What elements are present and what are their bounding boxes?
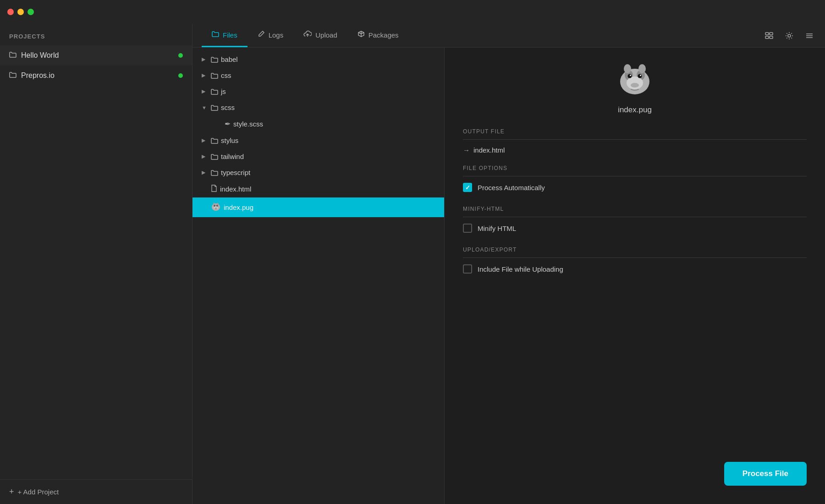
file-options-section: FILE OPTIONS Process Automatically: [463, 165, 807, 195]
svg-point-23: [638, 74, 642, 78]
svg-point-14: [216, 205, 217, 206]
tree-item-js[interactable]: ▶ js: [192, 83, 444, 99]
svg-point-21: [631, 83, 639, 88]
tab-logs-label: Logs: [269, 31, 284, 39]
process-auto-checkbox[interactable]: [463, 183, 472, 192]
tab-upload[interactable]: Upload: [293, 24, 347, 47]
upload-export-label: UPLOAD/EXPORT: [463, 247, 807, 253]
cloud-tab-icon: [303, 30, 312, 39]
right-panel: Files Logs: [192, 24, 825, 504]
add-project-label: + Add Project: [18, 488, 59, 496]
svg-rect-2: [765, 36, 769, 38]
process-auto-label: Process Automatically: [478, 184, 545, 192]
chevron-right-icon-css: ▶: [202, 72, 208, 78]
close-button[interactable]: [7, 9, 14, 15]
traffic-lights: [7, 9, 34, 15]
layout-action-button[interactable]: [763, 29, 776, 42]
folder-icon-babel: [211, 56, 218, 63]
file-options-divider: [463, 176, 807, 176]
minify-html-section: MINIFY-HTML Minify HTML: [463, 206, 807, 236]
svg-point-24: [630, 75, 631, 76]
include-upload-checkbox[interactable]: [463, 264, 472, 274]
menu-action-button[interactable]: [803, 29, 816, 42]
project-item-prepros[interactable]: Prepros.io: [0, 66, 192, 86]
upload-export-section: UPLOAD/EXPORT Include File while Uploadi…: [463, 247, 807, 276]
chevron-right-icon-js: ▶: [202, 88, 208, 94]
output-file-divider: [463, 139, 807, 140]
folder-icon: [9, 51, 16, 60]
box-tab-icon: [358, 30, 365, 39]
tree-item-tailwind[interactable]: ▶ tailwind: [192, 148, 444, 164]
chevron-right-icon: ▶: [202, 56, 208, 62]
file-tree: ▶ babel ▶ css ▶: [192, 48, 445, 504]
pen-tab-icon: [258, 30, 265, 39]
output-file-section: OUTPUT FILE → index.html: [463, 128, 807, 154]
svg-point-12: [215, 208, 217, 209]
top-nav: Files Logs: [192, 24, 825, 48]
tab-files-label: Files: [223, 31, 237, 39]
tree-item-index-html[interactable]: ▶ index.html: [192, 181, 444, 197]
tree-item-name-stylus: stylus: [221, 137, 435, 144]
file-preview: index.pug: [463, 61, 807, 115]
output-file-label: OUTPUT FILE: [463, 128, 807, 135]
svg-point-25: [640, 75, 641, 76]
chevron-right-icon-stylus: ▶: [202, 137, 208, 143]
svg-rect-1: [770, 33, 773, 35]
tab-packages[interactable]: Packages: [347, 24, 409, 47]
tree-item-name-style-scss: style.scss: [233, 120, 435, 128]
tab-logs[interactable]: Logs: [248, 24, 294, 47]
content-area: ▶ babel ▶ css ▶: [192, 48, 825, 504]
tree-item-scss[interactable]: ▼ scss: [192, 99, 444, 115]
folder-icon-js: [211, 88, 218, 95]
tree-item-babel[interactable]: ▶ babel: [192, 51, 444, 67]
svg-point-15: [213, 203, 215, 205]
settings-action-button[interactable]: [783, 29, 796, 42]
title-bar: [0, 0, 825, 24]
include-upload-row: Include File while Uploading: [463, 264, 807, 274]
chevron-down-icon-scss: ▼: [202, 105, 208, 110]
tree-item-name-typescript: typescript: [221, 169, 435, 176]
tree-item-typescript[interactable]: ▶ typescript: [192, 164, 444, 181]
maximize-button[interactable]: [28, 9, 34, 15]
tree-item-index-pug[interactable]: ▶: [192, 197, 444, 217]
include-upload-label: Include File while Uploading: [478, 265, 563, 273]
nav-tabs: Files Logs: [202, 24, 409, 47]
status-dot-hello-world: [178, 53, 183, 58]
folder-icon-stylus: [211, 137, 218, 144]
nav-actions: [763, 24, 816, 47]
folder-tab-icon: [212, 30, 219, 39]
tab-files[interactable]: Files: [202, 24, 248, 47]
svg-point-22: [628, 74, 632, 78]
tab-packages-label: Packages: [368, 31, 399, 39]
tree-item-css[interactable]: ▶ css: [192, 67, 444, 83]
minify-html-checkbox[interactable]: [463, 224, 472, 233]
process-file-button[interactable]: Process File: [724, 462, 807, 486]
tree-item-name-index-pug: index.pug: [224, 203, 435, 211]
status-dot-prepros: [178, 73, 183, 78]
output-file-value: → index.html: [463, 146, 807, 154]
project-name-prepros: Prepros.io: [21, 71, 174, 80]
tree-item-stylus[interactable]: ▶ stylus: [192, 132, 444, 148]
folder-icon-tailwind: [211, 153, 218, 160]
tree-item-name-scss: scss: [221, 104, 435, 111]
file-detail-name: index.pug: [618, 105, 652, 115]
project-item-hello-world[interactable]: Hello World: [0, 45, 192, 66]
svg-point-4: [788, 34, 791, 37]
sidebar: PROJECTS Hello World Prepros.io + + Add …: [0, 24, 192, 504]
svg-rect-0: [765, 33, 769, 35]
tree-item-style-scss[interactable]: ▶ ✒ style.scss: [192, 115, 444, 132]
file-details-panel: index.pug OUTPUT FILE → index.html FILE …: [445, 48, 825, 504]
minify-html-divider: [463, 217, 807, 217]
tab-upload-label: Upload: [315, 31, 337, 39]
chevron-right-icon-typescript: ▶: [202, 170, 208, 175]
minify-html-option-label: Minify HTML: [478, 225, 516, 232]
svg-point-27: [638, 64, 646, 73]
minimize-button[interactable]: [17, 9, 24, 15]
pug-icon: [211, 202, 221, 212]
file-options-label: FILE OPTIONS: [463, 165, 807, 171]
tree-item-name-babel: babel: [221, 55, 435, 63]
sidebar-spacer: [0, 86, 192, 479]
add-project-button[interactable]: + + Add Project: [0, 479, 192, 504]
tree-item-name-tailwind: tailwind: [221, 153, 435, 160]
main-layout: PROJECTS Hello World Prepros.io + + Add …: [0, 24, 825, 504]
